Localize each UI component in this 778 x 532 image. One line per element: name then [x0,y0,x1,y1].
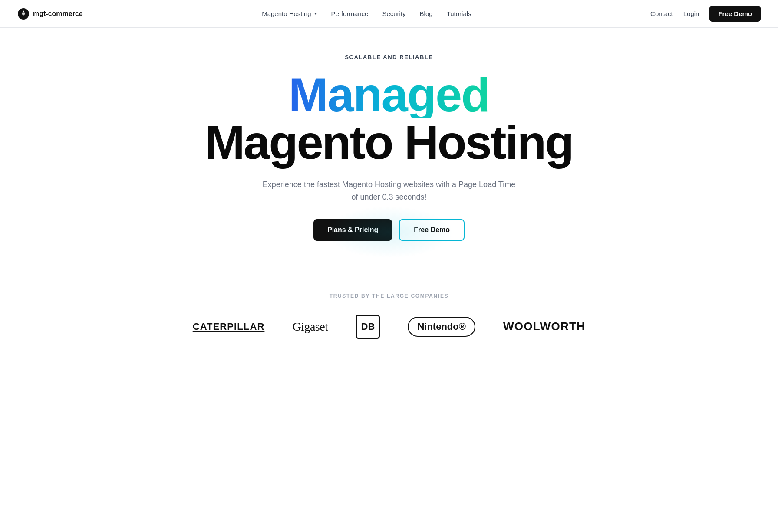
logo-nintendo: Nintendo® [408,317,475,337]
trusted-eyebrow: TRUSTED BY THE LARGE COMPANIES [17,293,761,299]
logo[interactable]: mgt-commerce [17,8,83,20]
logo-text: mgt-commerce [33,10,83,18]
free-demo-button[interactable]: Free Demo [399,219,465,241]
logo-woolworth: WOOLWORTH [503,320,585,333]
nav-login-link[interactable]: Login [683,10,699,17]
hero-eyebrow: SCALABLE AND RELIABLE [345,54,433,60]
trusted-logos: CATERPILLAR Gigaset DB Nintendo® WOOLWOR… [17,315,761,339]
hero-section: SCALABLE AND RELIABLE Managed Magento Ho… [0,28,778,258]
nav-free-demo-button[interactable]: Free Demo [709,6,761,22]
logo-caterpillar: CATERPILLAR [193,321,265,332]
hero-cta: Plans & Pricing Free Demo [313,219,465,241]
nav-blog[interactable]: Blog [420,10,433,17]
logo-gigaset: Gigaset [292,320,328,334]
nav-magento-hosting[interactable]: Magento Hosting [262,10,317,17]
nav-security[interactable]: Security [382,10,405,17]
logo-icon [17,8,30,20]
nav-contact-link[interactable]: Contact [650,10,673,17]
nav-links: Magento Hosting Performance Security Blo… [262,10,471,17]
plans-pricing-button[interactable]: Plans & Pricing [313,219,392,241]
nav-right: Contact Login Free Demo [650,6,761,22]
hero-subtext: Experience the fastest Magento Hosting w… [259,178,519,204]
hero-heading: Managed Magento Hosting [205,71,573,166]
hero-magento-hosting-text: Magento Hosting [205,118,573,166]
logo-db: DB [356,315,380,339]
nav-performance[interactable]: Performance [331,10,369,17]
nav-tutorials[interactable]: Tutorials [447,10,471,17]
chevron-down-icon [314,13,317,15]
hero-managed-text: Managed [289,71,490,118]
navbar: mgt-commerce Magento Hosting Performance… [0,0,778,28]
trusted-section: TRUSTED BY THE LARGE COMPANIES CATERPILL… [0,293,778,365]
